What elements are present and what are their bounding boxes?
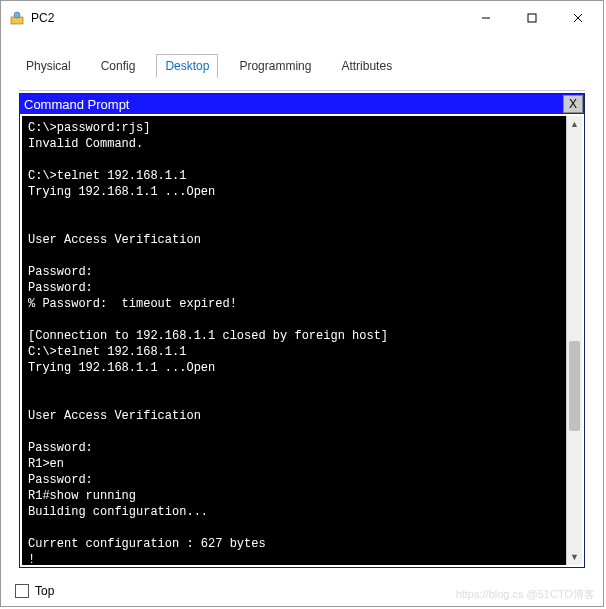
terminal-container: C:\>password:rjs] Invalid Command. C:\>t…	[22, 116, 582, 565]
footer: Top	[15, 584, 54, 598]
app-window: PC2 Physical Config Desktop Programming …	[0, 0, 604, 607]
command-prompt-close-button[interactable]: X	[563, 95, 583, 113]
svg-rect-3	[528, 14, 536, 22]
terminal-output[interactable]: C:\>password:rjs] Invalid Command. C:\>t…	[22, 116, 566, 565]
tab-strip: Physical Config Desktop Programming Attr…	[1, 48, 603, 78]
terminal-scrollbar[interactable]: ▲ ▼	[566, 116, 582, 565]
svg-point-1	[14, 12, 20, 18]
tab-attributes[interactable]: Attributes	[332, 54, 401, 78]
top-checkbox[interactable]	[15, 584, 29, 598]
tab-config[interactable]: Config	[92, 54, 145, 78]
watermark-text: https://blog.cs @51CTO博客	[456, 587, 595, 602]
window-title: PC2	[31, 11, 463, 25]
minimize-button[interactable]	[463, 3, 509, 33]
maximize-button[interactable]	[509, 3, 555, 33]
command-prompt-titlebar[interactable]: Command Prompt X	[20, 94, 584, 114]
tab-programming[interactable]: Programming	[230, 54, 320, 78]
content-area: Command Prompt X C:\>password:rjs] Inval…	[19, 90, 585, 568]
app-icon	[9, 10, 25, 26]
top-checkbox-label: Top	[35, 584, 54, 598]
scroll-up-arrow[interactable]: ▲	[567, 116, 582, 132]
tab-desktop[interactable]: Desktop	[156, 54, 218, 78]
scroll-down-arrow[interactable]: ▼	[567, 549, 582, 565]
titlebar[interactable]: PC2	[1, 1, 603, 35]
command-prompt-window: Command Prompt X C:\>password:rjs] Inval…	[19, 93, 585, 568]
scroll-thumb[interactable]	[569, 341, 580, 431]
command-prompt-title: Command Prompt	[24, 97, 563, 112]
tab-physical[interactable]: Physical	[17, 54, 80, 78]
close-button[interactable]	[555, 3, 601, 33]
